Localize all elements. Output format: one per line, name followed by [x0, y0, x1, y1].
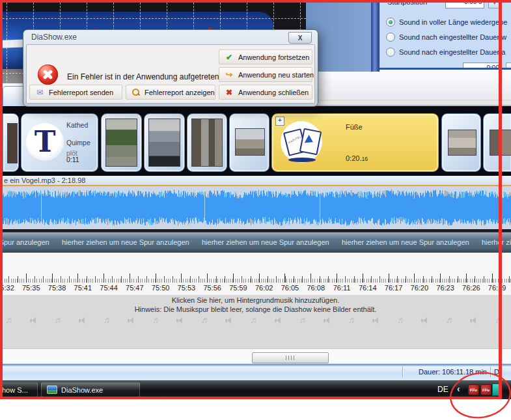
error-message: Ein Fehler ist in der Anwendung aufgetre…	[67, 72, 221, 81]
dialog-body: Ein Fehler ist in der Anwendung aufgetre…	[26, 44, 315, 104]
speaker-icon	[225, 317, 233, 325]
music-note-icon: ♬	[348, 315, 357, 325]
new-track-bar[interactable]: hierher ziehen um neue Spur anzulegenhie…	[0, 232, 511, 253]
timeline-label: 75:47	[126, 284, 144, 292]
speaker-icon	[128, 317, 135, 325]
timeline-ruler[interactable]: 75:3275:3575:3875:4175:4475:4775:5075:53…	[0, 253, 511, 295]
timeline-label: 75:50	[152, 284, 170, 292]
scrollbar-thumb[interactable]	[252, 352, 329, 363]
timeline-label: 76:26	[462, 284, 480, 292]
slide-thumbnail[interactable]	[187, 113, 227, 172]
diashow-app-icon	[47, 385, 57, 394]
speaker-icon	[275, 317, 283, 325]
book-text: KAPITEL	[288, 135, 302, 145]
music-note-icon: ♬	[103, 315, 112, 325]
timeline-label: 76:02	[255, 284, 273, 292]
storyboard-strip: T Kathed Quimpe plöt 0:11 + KAPITEL F	[0, 106, 511, 176]
chapter-book-icon: KAPITEL	[281, 121, 322, 163]
speaker-icon	[30, 317, 38, 325]
radio-option[interactable]: Sound nach eingestellter Dauer w	[386, 32, 506, 42]
slide-thumbnail-partial[interactable]	[3, 113, 19, 172]
crop-grid-line	[3, 18, 306, 19]
timeline-label: 75:38	[48, 284, 66, 292]
slide-duration: 0:11	[66, 156, 79, 163]
chapter-expand-button[interactable]: +	[275, 117, 284, 126]
radio-option[interactable]: Sound nach eingestellter Dauer a	[386, 47, 505, 57]
music-note-icon: ♬	[152, 315, 161, 325]
status-separator	[402, 367, 403, 378]
envelope-icon: ✉	[35, 89, 44, 96]
dialog-close-button[interactable]: X	[288, 32, 312, 44]
timeline-label: 75:59	[229, 284, 247, 292]
slide-thumbnail[interactable]	[441, 113, 481, 172]
music-hint-line2: Hinweis: Die Musikspur bleibt leer, sola…	[0, 305, 511, 313]
grip-icon	[286, 356, 295, 360]
slide-subtitle: Quimpe	[66, 139, 90, 147]
audio-track-label: e ein Vogel.mp3 - 2:18.98	[4, 176, 85, 184]
chapter-thumbnail-selected[interactable]: + KAPITEL Füße 0:20.16	[271, 113, 439, 172]
timeline-ticks	[0, 273, 511, 283]
bottom-margin	[0, 399, 511, 420]
timeline-label: 76:29	[488, 284, 506, 292]
music-note-icon: ♬	[54, 315, 63, 325]
slide-text-thumbnail[interactable]: T Kathed Quimpe plöt 0:11	[21, 113, 98, 172]
radio-icon	[386, 33, 395, 42]
music-note-icon: ♬	[446, 315, 455, 325]
text-slide-monogram: T	[35, 128, 56, 156]
restart-button[interactable]: ↪ Anwendung neu starten	[219, 67, 312, 82]
panel-splitter[interactable]	[371, 0, 380, 72]
music-note-icon: ♬	[250, 315, 259, 325]
background-music-area[interactable]: Klicken Sie hier, um Hintergrundmusik hi…	[0, 295, 511, 348]
audio-track-header[interactable]: e ein Vogel.mp3 - 2:18.98	[0, 176, 511, 185]
text-slide-icon: T	[26, 123, 64, 161]
new-track-hint: hierher ziehen um neue Spur anzulegen	[202, 238, 329, 246]
timeline-label: 76:23	[436, 284, 454, 292]
taskbar-button-diashow[interactable]: DiaShow.exe	[41, 382, 140, 397]
new-track-hint: hierher ziehen um neue Spur anzulegen	[482, 238, 511, 246]
taskbar-button-1[interactable]: how S...	[0, 382, 38, 397]
speaker-icon	[79, 317, 87, 325]
slide-thumbnail-partial[interactable]	[483, 113, 511, 172]
timeline-label: 75:41	[74, 284, 92, 292]
new-track-hint: hierher ziehen um neue Spur anzulegen	[62, 238, 189, 246]
red-x-icon: ✖	[225, 89, 234, 96]
speaker-icon	[372, 317, 380, 325]
radio-icon	[386, 48, 395, 57]
new-track-hint: hierher ziehen um neue Spur anzulegen	[342, 238, 469, 246]
timeline-label: 76:20	[411, 284, 429, 292]
screenshot-canvas: Startposition 0:00 s ▲▼ Sound in voller …	[0, 0, 511, 420]
timeline-label: 75:35	[22, 284, 40, 292]
radio-option[interactable]: Sound in voller Länge wiedergebe	[386, 17, 507, 27]
slide-thumbnail[interactable]	[229, 113, 269, 172]
waveform-canvas[interactable]	[0, 186, 511, 229]
close-app-button[interactable]: ✖ Anwendung schließen	[219, 85, 312, 100]
timeline-label: 76:17	[385, 284, 403, 292]
music-note-icon: ♬	[5, 315, 14, 325]
timeline-label: 76:08	[307, 284, 325, 292]
close-app-button-label: Anwendung schließen	[238, 89, 309, 96]
book-arrow-icon	[305, 135, 320, 148]
radio-label: Sound in voller Länge wiedergebe	[399, 18, 507, 26]
continue-button[interactable]: ✔ Anwendung fortsetzen	[219, 49, 312, 64]
slide-title: Kathed	[66, 121, 88, 129]
timeline-label: 76:11	[333, 284, 351, 292]
music-note-icon: ♬	[397, 315, 406, 325]
horizontal-scrollbar[interactable]	[0, 348, 511, 364]
annotation-circle	[445, 367, 511, 420]
annotation-border-top	[0, 0, 511, 3]
taskbar-button-diashow-label: DiaShow.exe	[61, 386, 103, 394]
timeline-label: 76:05	[281, 284, 299, 292]
magnifier-icon	[131, 88, 140, 96]
restart-button-label: Anwendung neu starten	[238, 71, 314, 79]
music-hint-line1: Klicken Sie hier, um Hintergrundmusik hi…	[0, 296, 511, 304]
slide-thumbnail[interactable]	[144, 113, 185, 172]
timeline-label: 75:56	[203, 284, 221, 292]
send-report-button[interactable]: ✉ Fehlerreport senden	[29, 85, 122, 100]
music-note-icon: ♬	[299, 315, 308, 325]
slide-thumbnail[interactable]	[101, 113, 142, 172]
annotation-border-left	[0, 0, 3, 399]
error-dialog: DiaShow.exe X Ein Fehler ist in der Anwe…	[23, 29, 318, 107]
show-report-button[interactable]: Fehlerreport anzeigen	[126, 85, 215, 100]
error-icon	[38, 64, 58, 85]
continue-button-label: Anwendung fortsetzen	[238, 53, 309, 61]
